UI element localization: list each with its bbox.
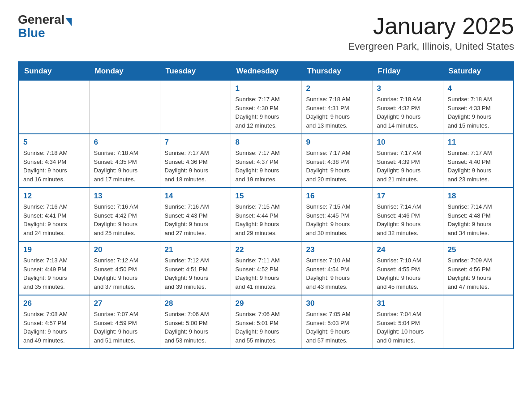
table-row: 11Sunrise: 7:17 AM Sunset: 4:40 PM Dayli…: [443, 134, 514, 188]
table-row: 24Sunrise: 7:10 AM Sunset: 4:55 PM Dayli…: [372, 241, 443, 295]
day-info: Sunrise: 7:14 AM Sunset: 4:46 PM Dayligh…: [377, 202, 438, 237]
day-number: 3: [377, 84, 438, 93]
table-row: 8Sunrise: 7:17 AM Sunset: 4:37 PM Daylig…: [231, 134, 301, 188]
day-info: Sunrise: 7:12 AM Sunset: 4:50 PM Dayligh…: [94, 256, 155, 291]
table-row: 26Sunrise: 7:08 AM Sunset: 4:57 PM Dayli…: [18, 295, 89, 349]
day-number: 15: [236, 192, 297, 201]
day-number: 20: [94, 245, 155, 254]
table-row: 21Sunrise: 7:12 AM Sunset: 4:51 PM Dayli…: [160, 241, 231, 295]
table-row: 19Sunrise: 7:13 AM Sunset: 4:49 PM Dayli…: [18, 241, 89, 295]
col-thursday: Thursday: [301, 62, 372, 81]
day-info: Sunrise: 7:17 AM Sunset: 4:36 PM Dayligh…: [165, 149, 226, 184]
day-number: 29: [236, 299, 297, 308]
day-number: 30: [306, 299, 368, 308]
day-number: 22: [236, 245, 297, 254]
table-row: 3Sunrise: 7:18 AM Sunset: 4:32 PM Daylig…: [372, 81, 443, 134]
table-row: 20Sunrise: 7:12 AM Sunset: 4:50 PM Dayli…: [89, 241, 160, 295]
calendar-week-row: 1Sunrise: 7:17 AM Sunset: 4:30 PM Daylig…: [18, 81, 514, 134]
calendar-week-row: 19Sunrise: 7:13 AM Sunset: 4:49 PM Dayli…: [18, 241, 514, 295]
day-info: Sunrise: 7:18 AM Sunset: 4:33 PM Dayligh…: [448, 95, 509, 130]
day-info: Sunrise: 7:13 AM Sunset: 4:49 PM Dayligh…: [23, 256, 85, 291]
day-number: 16: [306, 192, 368, 201]
col-saturday: Saturday: [443, 62, 514, 81]
logo-blue-text: Blue: [18, 26, 72, 40]
day-number: 11: [448, 138, 509, 147]
day-number: 19: [23, 245, 85, 254]
day-info: Sunrise: 7:18 AM Sunset: 4:34 PM Dayligh…: [23, 149, 85, 184]
day-number: 25: [448, 245, 509, 254]
logo: General Blue: [18, 13, 72, 40]
day-number: 7: [165, 138, 226, 147]
table-row: 12Sunrise: 7:16 AM Sunset: 4:41 PM Dayli…: [18, 188, 89, 241]
day-info: Sunrise: 7:17 AM Sunset: 4:30 PM Dayligh…: [236, 95, 297, 130]
day-info: Sunrise: 7:15 AM Sunset: 4:45 PM Dayligh…: [306, 202, 368, 237]
table-row: 7Sunrise: 7:17 AM Sunset: 4:36 PM Daylig…: [160, 134, 231, 188]
day-number: 18: [448, 192, 509, 201]
day-info: Sunrise: 7:07 AM Sunset: 4:59 PM Dayligh…: [94, 310, 155, 345]
day-number: 28: [165, 299, 226, 308]
day-info: Sunrise: 7:15 AM Sunset: 4:44 PM Dayligh…: [236, 202, 297, 237]
day-info: Sunrise: 7:10 AM Sunset: 4:54 PM Dayligh…: [306, 256, 368, 291]
calendar-location: Evergreen Park, Illinois, United States: [348, 41, 514, 52]
calendar-header-row: Sunday Monday Tuesday Wednesday Thursday…: [18, 62, 514, 81]
col-monday: Monday: [89, 62, 160, 81]
day-number: 23: [306, 245, 368, 254]
day-info: Sunrise: 7:06 AM Sunset: 5:01 PM Dayligh…: [236, 310, 297, 345]
table-row: 1Sunrise: 7:17 AM Sunset: 4:30 PM Daylig…: [231, 81, 301, 134]
day-number: 13: [94, 192, 155, 201]
day-number: 26: [23, 299, 85, 308]
table-row: 2Sunrise: 7:18 AM Sunset: 4:31 PM Daylig…: [301, 81, 372, 134]
table-row: 15Sunrise: 7:15 AM Sunset: 4:44 PM Dayli…: [231, 188, 301, 241]
day-number: 31: [377, 299, 438, 308]
table-row: 5Sunrise: 7:18 AM Sunset: 4:34 PM Daylig…: [18, 134, 89, 188]
table-row: 23Sunrise: 7:10 AM Sunset: 4:54 PM Dayli…: [301, 241, 372, 295]
day-info: Sunrise: 7:08 AM Sunset: 4:57 PM Dayligh…: [23, 310, 85, 345]
day-number: 6: [94, 138, 155, 147]
table-row: [443, 295, 514, 349]
table-row: [18, 81, 89, 134]
table-row: 31Sunrise: 7:04 AM Sunset: 5:04 PM Dayli…: [372, 295, 443, 349]
day-number: 21: [165, 245, 226, 254]
day-info: Sunrise: 7:04 AM Sunset: 5:04 PM Dayligh…: [377, 310, 438, 345]
col-friday: Friday: [372, 62, 443, 81]
logo-general-text: General: [18, 13, 64, 26]
table-row: 27Sunrise: 7:07 AM Sunset: 4:59 PM Dayli…: [89, 295, 160, 349]
day-info: Sunrise: 7:12 AM Sunset: 4:51 PM Dayligh…: [165, 256, 226, 291]
day-number: 2: [306, 84, 368, 93]
table-row: 25Sunrise: 7:09 AM Sunset: 4:56 PM Dayli…: [443, 241, 514, 295]
day-number: 14: [165, 192, 226, 201]
day-info: Sunrise: 7:10 AM Sunset: 4:55 PM Dayligh…: [377, 256, 438, 291]
calendar-week-row: 12Sunrise: 7:16 AM Sunset: 4:41 PM Dayli…: [18, 188, 514, 241]
table-row: 18Sunrise: 7:14 AM Sunset: 4:48 PM Dayli…: [443, 188, 514, 241]
col-tuesday: Tuesday: [160, 62, 231, 81]
day-info: Sunrise: 7:17 AM Sunset: 4:39 PM Dayligh…: [377, 149, 438, 184]
logo-arrow-icon: [65, 18, 72, 26]
day-number: 12: [23, 192, 85, 201]
day-info: Sunrise: 7:16 AM Sunset: 4:41 PM Dayligh…: [23, 202, 85, 237]
day-info: Sunrise: 7:17 AM Sunset: 4:37 PM Dayligh…: [236, 149, 297, 184]
day-number: 5: [23, 138, 85, 147]
table-row: 10Sunrise: 7:17 AM Sunset: 4:39 PM Dayli…: [372, 134, 443, 188]
day-info: Sunrise: 7:17 AM Sunset: 4:40 PM Dayligh…: [448, 149, 509, 184]
day-number: 4: [448, 84, 509, 93]
table-row: 14Sunrise: 7:16 AM Sunset: 4:43 PM Dayli…: [160, 188, 231, 241]
day-info: Sunrise: 7:05 AM Sunset: 5:03 PM Dayligh…: [306, 310, 368, 345]
col-wednesday: Wednesday: [231, 62, 301, 81]
day-number: 10: [377, 138, 438, 147]
table-row: 29Sunrise: 7:06 AM Sunset: 5:01 PM Dayli…: [231, 295, 301, 349]
calendar-title-block: January 2025 Evergreen Park, Illinois, U…: [348, 13, 514, 52]
day-number: 8: [236, 138, 297, 147]
table-row: 13Sunrise: 7:16 AM Sunset: 4:42 PM Dayli…: [89, 188, 160, 241]
day-info: Sunrise: 7:18 AM Sunset: 4:32 PM Dayligh…: [377, 95, 438, 130]
table-row: 28Sunrise: 7:06 AM Sunset: 5:00 PM Dayli…: [160, 295, 231, 349]
calendar-month-year: January 2025: [348, 13, 514, 39]
day-info: Sunrise: 7:18 AM Sunset: 4:31 PM Dayligh…: [306, 95, 368, 130]
day-info: Sunrise: 7:18 AM Sunset: 4:35 PM Dayligh…: [94, 149, 155, 184]
day-number: 1: [236, 84, 297, 93]
table-row: 4Sunrise: 7:18 AM Sunset: 4:33 PM Daylig…: [443, 81, 514, 134]
table-row: 6Sunrise: 7:18 AM Sunset: 4:35 PM Daylig…: [89, 134, 160, 188]
day-number: 17: [377, 192, 438, 201]
calendar-table: Sunday Monday Tuesday Wednesday Thursday…: [18, 61, 514, 349]
day-info: Sunrise: 7:16 AM Sunset: 4:43 PM Dayligh…: [165, 202, 226, 237]
table-row: 9Sunrise: 7:17 AM Sunset: 4:38 PM Daylig…: [301, 134, 372, 188]
